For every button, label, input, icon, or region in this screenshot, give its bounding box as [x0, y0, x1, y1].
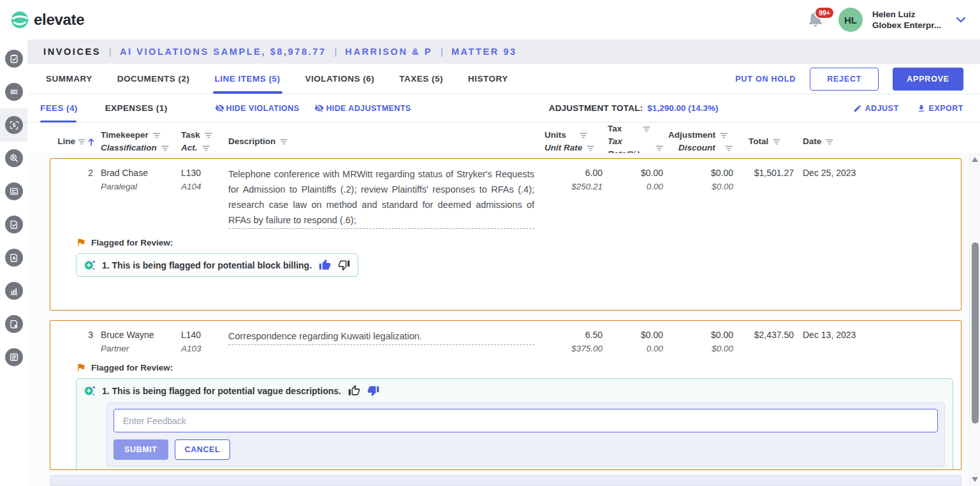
violation-text: 1. This is being flagged for potential v…	[102, 386, 341, 396]
filter-icon[interactable]	[580, 132, 587, 139]
subtab-fees[interactable]: FEES (4)	[40, 94, 78, 122]
tab-violations[interactable]: VIOLATIONS (6)	[305, 64, 375, 94]
sidebar-item-doc-a[interactable]: A	[0, 241, 27, 274]
filter-icon[interactable]	[826, 138, 833, 145]
filter-icon[interactable]	[655, 145, 663, 152]
filter-icon[interactable]	[725, 145, 733, 152]
tab-summary[interactable]: SUMMARY	[46, 64, 92, 94]
column-header-total[interactable]: Total	[733, 135, 794, 148]
line-item-row-partial[interactable]	[50, 475, 962, 486]
avatar[interactable]: HL	[838, 8, 863, 32]
breadcrumb-invoice-name[interactable]: AI VIOLATIONS SAMPLE, $8,978.77	[120, 47, 326, 57]
column-header-timekeeper[interactable]: Timekeeper Classification	[96, 129, 179, 154]
sort-asc-icon[interactable]	[88, 138, 94, 146]
filter-icon[interactable]	[153, 132, 161, 139]
ai-sparkle-icon	[84, 258, 96, 272]
filter-icon[interactable]	[161, 145, 169, 152]
sidebar-item-doc-check[interactable]	[0, 208, 27, 241]
flag-icon	[76, 362, 86, 372]
cell-task-code: L130	[181, 166, 228, 180]
breadcrumb-invoices[interactable]: INVOICES	[43, 47, 101, 57]
scroll-down-arrow[interactable]	[972, 477, 978, 482]
notification-count-badge: 99+	[814, 6, 835, 19]
thumb-up-button[interactable]	[319, 259, 331, 271]
cancel-button[interactable]: CANCEL	[175, 439, 231, 460]
filter-icon[interactable]	[202, 145, 210, 152]
sidebar-item-dollar-scan[interactable]: $	[0, 108, 27, 142]
top-bar: elevate 99+ HL Helen Luiz Globex Enterpr…	[0, 0, 980, 40]
eye-off-icon	[314, 103, 324, 113]
sidebar-item-card[interactable]	[0, 175, 27, 208]
tab-taxes[interactable]: TAXES (5)	[399, 64, 443, 94]
filter-icon[interactable]	[773, 138, 780, 145]
card-icon	[5, 182, 23, 200]
tab-documents[interactable]: DOCUMENTS (2)	[117, 64, 190, 94]
hide-violations-label: HIDE VIOLATIONS	[226, 104, 300, 113]
column-header-description[interactable]: Description	[228, 135, 542, 148]
chevron-down-icon[interactable]	[956, 16, 966, 24]
adjust-button[interactable]: ADJUST	[853, 104, 899, 113]
subtab-expenses[interactable]: EXPENSES (1)	[105, 94, 168, 122]
thumb-up-button[interactable]	[348, 385, 360, 397]
thumb-down-button[interactable]	[338, 259, 350, 271]
doc-check-icon	[5, 216, 23, 233]
line-item-row-3[interactable]: 3 Bruce Wayne Partner L140 A103 Correspo…	[50, 320, 962, 470]
filter-icon[interactable]	[587, 145, 594, 152]
put-on-hold-button[interactable]: PUT ON HOLD	[735, 75, 796, 84]
breadcrumb-separator: |	[109, 47, 112, 57]
sidebar-item-doc-star[interactable]	[0, 307, 27, 341]
violation-callout: 1. This is being flagged for potential b…	[76, 253, 358, 277]
ai-sparkle-icon	[84, 384, 96, 397]
breadcrumb-matter[interactable]: MATTER 93	[451, 47, 517, 57]
cell-unit-rate: $250.21	[542, 180, 603, 193]
filter-icon[interactable]	[643, 126, 650, 133]
hide-adjustments-label: HIDE ADJUSTMENTS	[326, 104, 411, 113]
column-header-adjustment[interactable]: Adjustment Discount	[663, 129, 733, 154]
sidebar-item-list-doc[interactable]	[0, 341, 27, 374]
submit-button[interactable]: SUBMIT	[113, 439, 168, 460]
adjustment-total-value[interactable]: $1,290.00 (14.3%)	[647, 103, 718, 113]
approve-button[interactable]: APPROVE	[893, 68, 963, 91]
cell-description[interactable]: Telephone conference with MRWitt regardi…	[228, 166, 534, 229]
doc-star-icon	[5, 315, 23, 333]
sidebar-item-search[interactable]	[0, 142, 27, 175]
invoice-tab-bar: SUMMARY DOCUMENTS (2) LINE ITEMS (5) VIO…	[27, 64, 980, 94]
cell-date: Dec 25, 2023	[803, 166, 874, 180]
scrollbar-thumb[interactable]	[972, 242, 979, 423]
filter-icon[interactable]	[205, 132, 212, 139]
tab-line-items[interactable]: LINE ITEMS (5)	[215, 64, 281, 94]
breadcrumb-vendor[interactable]: HARRISON & P	[345, 47, 432, 57]
thumb-down-button[interactable]	[367, 385, 379, 397]
cell-tax: $0.00	[603, 328, 663, 342]
export-button[interactable]: EXPORT	[917, 104, 963, 113]
filter-icon[interactable]	[280, 138, 288, 145]
sidebar-item-tune[interactable]	[0, 75, 27, 108]
cell-line-number: 3	[50, 328, 96, 355]
column-header-line[interactable]: Line	[39, 135, 96, 148]
feedback-input[interactable]	[113, 409, 938, 432]
reject-button[interactable]: REJECT	[810, 68, 879, 91]
filter-icon[interactable]	[720, 132, 728, 139]
sidebar-item-bar-chart[interactable]	[0, 274, 27, 307]
cell-discount: $0.00	[663, 180, 733, 193]
cell-tax: $0.00	[603, 166, 663, 180]
column-header-task[interactable]: Task Act.	[179, 129, 228, 154]
breadcrumb-separator: |	[441, 47, 443, 57]
user-info[interactable]: Helen Luiz Globex Enterpr...	[872, 9, 941, 31]
filter-icon[interactable]	[78, 138, 85, 145]
hide-violations-button[interactable]: HIDE VIOLATIONS	[215, 103, 300, 113]
breadcrumb: INVOICES | AI VIOLATIONS SAMPLE, $8,978.…	[27, 40, 980, 64]
hide-adjustments-button[interactable]: HIDE ADJUSTMENTS	[314, 103, 411, 113]
cell-description[interactable]: Correspondence regarding Kuwaiti legaliz…	[228, 328, 534, 345]
vertical-scrollbar[interactable]	[969, 153, 980, 486]
sidebar-item-clipboard-check[interactable]	[0, 42, 27, 75]
column-header-date[interactable]: Date	[794, 135, 874, 148]
line-item-row-2[interactable]: 2 Brad Chase Paralegal L130 A104 Telepho…	[50, 158, 962, 311]
tab-history[interactable]: HISTORY	[468, 64, 508, 94]
column-header-units[interactable]: Units Unit Rate	[542, 129, 603, 154]
app-logo[interactable]: elevate	[10, 10, 84, 29]
cell-units: 6.00	[542, 166, 603, 180]
scroll-up-arrow[interactable]	[972, 157, 978, 162]
notifications-button[interactable]: 99+	[806, 8, 829, 31]
dollar-scan-icon: $	[5, 116, 23, 134]
